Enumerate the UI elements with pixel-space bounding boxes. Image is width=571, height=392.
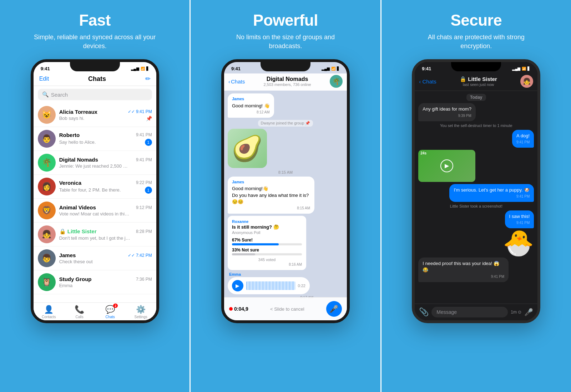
back-button[interactable]: ‹ Chats bbox=[228, 78, 245, 85]
pin-icon-alicia: 📌 bbox=[146, 116, 152, 121]
chats-header: Edit Chats ✏ bbox=[34, 73, 156, 86]
chat-info-nomads: Digital Nomads 9:41 PM Jennie: We just r… bbox=[59, 157, 152, 169]
system-msg-dwayne: Dwayne joined the group 📌 bbox=[258, 120, 313, 127]
dark-msg-puppy: I'm serious. Let's get her a puppy. 🐶 9:… bbox=[449, 184, 534, 202]
phone3-content: 9:41 ▂▄▆ 📶 ▋ ‹ Chats 🔒 Little Sister las… bbox=[415, 62, 537, 320]
panel-secure: Secure All chats are protected with stro… bbox=[380, 0, 571, 392]
poll-pct-notsure: 33% Not sure bbox=[232, 248, 302, 253]
dark-chat-status: last seen just now bbox=[439, 82, 518, 87]
chat-time-animals: 9:12 PM bbox=[136, 205, 152, 210]
signal-icon-1: ▂▄▆ bbox=[131, 67, 139, 71]
tab-chats[interactable]: 💬 2 Chats bbox=[95, 305, 126, 319]
tab-chats-label: Chats bbox=[106, 315, 115, 319]
chat-info-animals: Animal Videos 9:12 PM Vote now! Moar cat… bbox=[59, 204, 152, 217]
chat-time-study: 7:36 PM bbox=[136, 277, 152, 282]
dark-message-area: Today Any gift ideas for mom? 9:39 PM Yo… bbox=[415, 91, 537, 317]
dark-msg-text-dog: A dog! bbox=[516, 133, 530, 138]
group-header: ‹ Chats Digital Nomads 2,503 members, 73… bbox=[224, 73, 347, 91]
chat-time-veronica: 9:22 PM bbox=[136, 180, 152, 185]
panel-fast-subtitle: Simple, reliable and synced across all y… bbox=[31, 33, 159, 51]
chat-item-animals[interactable]: 🦁 Animal Videos 9:12 PM Vote now! Moar c… bbox=[34, 199, 156, 223]
dark-input-bar: 📎 Message 1m ⊙ 🎤 bbox=[415, 304, 537, 320]
search-placeholder: Search bbox=[51, 92, 68, 98]
recording-indicator: 0:04,9 bbox=[229, 306, 248, 312]
chat-name-study: Study Group bbox=[59, 276, 92, 282]
dark-chat-header: ‹ Chats 🔒 Little Sister last seen just n… bbox=[415, 73, 537, 91]
chat-info-james: James ✓✓ 7:42 PM Check these out bbox=[59, 252, 152, 264]
phone-notch-1 bbox=[70, 62, 120, 71]
chat-item-james[interactable]: 👦 James ✓✓ 7:42 PM Check these out bbox=[34, 246, 156, 270]
calls-icon: 📞 bbox=[75, 305, 84, 314]
audio-sender: Emma bbox=[229, 272, 313, 276]
poll-type: Anonymous Poll bbox=[232, 230, 302, 235]
msg-time-james-2: 8:15 AM bbox=[232, 206, 310, 211]
status-icons-1: ▂▄▆ 📶 ▋ bbox=[131, 67, 149, 71]
msg-text-james-2: Good morning!👋Do you have any idea what … bbox=[232, 186, 309, 204]
timestamp-815: 8:15 AM bbox=[278, 170, 293, 174]
panel-powerful: Powerful No limits on the size of groups… bbox=[190, 0, 380, 392]
status-time-3: 9:41 bbox=[422, 66, 431, 71]
chat-item-sister[interactable]: 👧 🔒 Little Sister 8:28 PM Don't tell mom… bbox=[34, 223, 156, 246]
chat-item-alicia[interactable]: 😺 Alicia Torreaux ✓✓ 9:41 PM Bob says hi… bbox=[34, 103, 156, 127]
mic-button[interactable]: 🎤 bbox=[326, 301, 342, 317]
dark-msg-gift: Any gift ideas for mom? 9:39 PM bbox=[418, 103, 476, 121]
chat-time-roberto: 9:41 PM bbox=[136, 132, 152, 137]
search-bar[interactable]: 🔍 Search bbox=[38, 89, 152, 100]
chat-name-row-sister: 🔒 Little Sister 8:28 PM bbox=[59, 228, 152, 235]
chat-preview-row-roberto: Say hello to Alice. 1 bbox=[59, 139, 152, 146]
status-icons-3: ▂▄▆ 📶 ▋ bbox=[512, 67, 530, 71]
chat-item-nomads[interactable]: 🌴 Digital Nomads 9:41 PM Jennie: We just… bbox=[34, 151, 156, 175]
tab-contacts[interactable]: 👤 Contacts bbox=[34, 305, 64, 319]
tab-calls[interactable]: 📞 Calls bbox=[64, 305, 95, 319]
chat-info-study: Study Group 7:36 PM Emma bbox=[59, 276, 152, 288]
screenshot-notice: Little Sister took a screenshot! bbox=[450, 204, 502, 208]
status-time-1: 9:41 bbox=[41, 66, 50, 71]
wifi-icon-1: 📶 bbox=[141, 67, 145, 71]
video-duration-label: 24s bbox=[420, 151, 426, 155]
chat-item-veronica[interactable]: 👩 Veronica 9:22 PM Table for four, 2 PM.… bbox=[34, 175, 156, 199]
chat-name-nomads: Digital Nomads bbox=[59, 157, 98, 163]
panel-fast: Fast Simple, reliable and synced across … bbox=[0, 0, 190, 392]
edit-button[interactable]: Edit bbox=[39, 76, 49, 82]
poll-option-notsure[interactable]: 33% Not sure bbox=[232, 248, 302, 255]
msg-sender-james-2: James bbox=[232, 179, 310, 185]
panel-powerful-title: Powerful bbox=[253, 11, 318, 29]
avatar-veronica: 👩 bbox=[38, 178, 56, 195]
search-icon: 🔍 bbox=[42, 91, 49, 98]
dark-msg-dog: A dog! 9:41 PM bbox=[512, 130, 534, 148]
panel-fast-title: Fast bbox=[79, 11, 110, 29]
chat-name-row-veronica: Veronica 9:22 PM bbox=[59, 180, 152, 186]
chat-preview-roberto: Say hello to Alice. bbox=[59, 139, 96, 145]
dark-message-input[interactable]: Message bbox=[431, 307, 508, 317]
chat-preview-alicia: Bob says hi. bbox=[59, 116, 85, 121]
attach-button[interactable]: 📎 bbox=[419, 307, 429, 317]
poll-option-sure[interactable]: 67% Sure! bbox=[232, 238, 302, 245]
panel-powerful-subtitle: No limits on the size of groups and broa… bbox=[221, 33, 350, 51]
back-chevron-icon: ‹ bbox=[228, 78, 230, 85]
dark-mic-button[interactable]: 🎤 bbox=[524, 308, 533, 316]
dark-back-button[interactable]: ‹ Chats bbox=[419, 78, 436, 85]
wifi-icon-3: 📶 bbox=[522, 67, 526, 71]
timer-button[interactable]: 1m ⊙ bbox=[511, 310, 521, 315]
play-button[interactable]: ▶ bbox=[232, 280, 243, 291]
badge-veronica: 1 bbox=[145, 187, 152, 194]
msg-james-2: James Good morning!👋Do you have any idea… bbox=[228, 177, 314, 214]
tab-contacts-label: Contacts bbox=[42, 315, 56, 319]
video-thumbnail: 24s ▶ bbox=[418, 150, 475, 182]
chat-preview-row-study: Emma bbox=[59, 283, 152, 288]
rec-dot bbox=[229, 307, 233, 311]
chat-preview-row-sister: Don't tell mom yet, but I got the job! I… bbox=[59, 235, 152, 241]
tab-settings[interactable]: ⚙️ Settings bbox=[126, 305, 156, 319]
message-area-2: James Good morning! 👋 8:12 AM Dwayne joi… bbox=[224, 91, 347, 313]
compose-icon[interactable]: ✏ bbox=[145, 75, 151, 83]
panel-secure-subtitle: All chats are protected with strong encr… bbox=[412, 33, 540, 51]
dark-chat-name: 🔒 Little Sister bbox=[439, 76, 518, 82]
back-chats-label: Chats bbox=[231, 78, 245, 85]
dark-contact-avatar: 👧 bbox=[520, 75, 533, 88]
avatar-animals: 🦁 bbox=[38, 202, 56, 219]
chat-item-study[interactable]: 🦉 Study Group 7:36 PM Emma bbox=[34, 270, 156, 294]
chat-item-roberto[interactable]: 👨 Roberto 9:41 PM Say hello to Alice. 1 bbox=[34, 127, 156, 151]
sticker-avocado: 🥑 bbox=[228, 129, 267, 168]
avatar-roberto: 👨 bbox=[38, 130, 56, 148]
chat-name-james: James bbox=[59, 252, 76, 258]
